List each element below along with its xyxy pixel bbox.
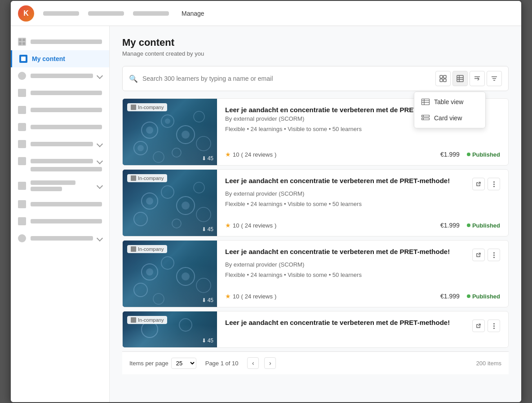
- open-external-btn-3[interactable]: [472, 249, 485, 261]
- svg-point-41: [196, 207, 211, 222]
- card-4-badge: In-company: [127, 316, 167, 324]
- card-3-enrollment: ⬇ 45: [202, 297, 213, 303]
- sidebar-item-dashboard[interactable]: [11, 33, 109, 50]
- card-1-enrollment: ⬇ 45: [202, 155, 213, 162]
- sort-btn[interactable]: [470, 71, 485, 86]
- search-icon: 🔍: [129, 74, 138, 83]
- sidebar-item-favorites[interactable]: [11, 176, 109, 196]
- svg-rect-13: [422, 99, 430, 105]
- sidebar-portal-label: [31, 219, 102, 223]
- svg-rect-0: [440, 75, 443, 78]
- svg-rect-4: [457, 75, 463, 82]
- main-layout: My content: [11, 26, 521, 402]
- sidebar: My content: [11, 26, 110, 402]
- card-2-enrollment: ⬇ 45: [202, 226, 213, 232]
- sidebar-settings-label: [31, 236, 93, 241]
- card-3-header: Leer je aandacht en concentratie te verb…: [225, 248, 500, 261]
- sidebar-item-messages[interactable]: [11, 101, 109, 118]
- open-external-btn-4[interactable]: [472, 320, 485, 332]
- sidebar-item-settings[interactable]: [11, 230, 109, 247]
- card-view-option[interactable]: Card view: [414, 110, 485, 126]
- card-3-title: Leer je aandacht en concentratie te verb…: [225, 248, 472, 255]
- nav-manage[interactable]: Manage: [178, 8, 208, 19]
- table-view-btn[interactable]: [452, 71, 468, 86]
- card-2-status: Published: [467, 222, 500, 229]
- search-input[interactable]: [142, 75, 431, 82]
- star-icon-2: ★: [225, 222, 231, 229]
- svg-rect-3: [443, 79, 446, 82]
- sidebar-admin1-label: [31, 159, 93, 163]
- card-3-meta: Flexible • 24 learnings • Visible to som…: [225, 272, 500, 278]
- card-4-actions: [472, 320, 500, 332]
- status-dot-1: [467, 153, 470, 156]
- card-3-provider: By external provider (SCORM): [225, 261, 500, 268]
- more-options-btn-3[interactable]: [488, 249, 500, 261]
- card-image-2: In-company ⬇ 45: [123, 170, 217, 236]
- next-page-btn[interactable]: ›: [264, 357, 276, 369]
- svg-point-35: [161, 186, 174, 198]
- app-logo[interactable]: K: [18, 5, 34, 22]
- more-options-btn-4[interactable]: [488, 320, 500, 332]
- svg-point-40: [172, 219, 181, 228]
- filter-btn[interactable]: [487, 71, 502, 86]
- sidebar-messages-label: [31, 108, 102, 112]
- card-1-price: €1.999: [440, 151, 460, 158]
- card-image-3: In-company ⬇ 45: [123, 241, 217, 307]
- sidebar-item-analytics[interactable]: [11, 136, 109, 153]
- svg-point-47: [134, 283, 147, 297]
- prev-page-btn[interactable]: ‹: [247, 357, 259, 369]
- card-1-status: Published: [467, 151, 500, 158]
- star-icon-1: ★: [225, 151, 231, 158]
- card-image-4: In-company ⬇ 45: [123, 311, 217, 347]
- app-window: K Manage My content: [10, 0, 522, 403]
- more-options-btn-2[interactable]: [488, 178, 500, 190]
- view-dropdown-menu: Table view Card view: [414, 92, 486, 128]
- three-dots-icon-3: [493, 252, 495, 258]
- svg-point-43: [146, 268, 153, 276]
- badge-icon-1: [131, 105, 136, 110]
- sidebar-users-arrow: [97, 73, 103, 79]
- sidebar-item-users[interactable]: [11, 67, 109, 84]
- content-card-4: In-company ⬇ 45 Leer je aandacht en conc…: [122, 311, 509, 348]
- pagination: Items per page 25 50 100 Page 1 of 10 ‹ …: [122, 351, 509, 374]
- sidebar-item-comments[interactable]: [11, 118, 109, 136]
- svg-point-49: [153, 293, 164, 304]
- sidebar-admin2-label: [31, 167, 102, 171]
- card-2-title: Leer je aandacht en concentratie te verb…: [225, 177, 472, 184]
- card-2-meta: Flexible • 24 learnings • Visible to som…: [225, 201, 500, 207]
- sidebar-item-admin[interactable]: [11, 153, 109, 176]
- svg-point-34: [146, 197, 153, 205]
- svg-point-39: [134, 212, 147, 226]
- grid-view-btn[interactable]: [435, 71, 451, 86]
- svg-point-26: [182, 131, 190, 139]
- sidebar-analytics-arrow: [97, 141, 103, 147]
- sidebar-item-portal[interactable]: [11, 213, 109, 230]
- svg-point-46: [182, 272, 190, 280]
- nav-placeholder-3: [133, 11, 169, 16]
- sidebar-item-courses[interactable]: [11, 84, 109, 101]
- per-page-select[interactable]: 25 50 100: [171, 358, 196, 369]
- items-per-page-label: Items per page: [129, 360, 168, 367]
- star-icon-3: ★: [225, 293, 231, 300]
- total-items: 200 items: [476, 360, 501, 367]
- three-dots-icon-4: [493, 323, 495, 329]
- svg-point-22: [146, 127, 153, 134]
- sidebar-my-content-label: My content: [32, 55, 65, 62]
- sidebar-favorites-label1: [31, 180, 75, 185]
- badge-icon-3: [131, 246, 136, 252]
- sidebar-admin-arrow: [97, 158, 103, 164]
- card-2-header: Leer je aandacht en concentratie te verb…: [225, 177, 500, 190]
- open-external-btn-2[interactable]: [472, 178, 485, 190]
- sidebar-item-my-content[interactable]: My content: [11, 50, 109, 67]
- table-view-option[interactable]: Table view: [414, 94, 485, 110]
- sidebar-item-automation[interactable]: [11, 196, 109, 213]
- card-1-rating: ★ 10 (24 reviews): [225, 151, 276, 158]
- sidebar-users-label: [31, 74, 93, 78]
- page-subtitle: Manage content created by you: [122, 50, 509, 57]
- card-3-footer: ★ 10 (24 reviews) €1.999 Published: [225, 293, 500, 300]
- search-bar: 🔍: [122, 66, 509, 91]
- card-3-badge: In-company: [127, 245, 167, 253]
- card-view-icon: [421, 115, 430, 121]
- page-info: Page 1 of 10: [205, 360, 239, 367]
- card-2-badge: In-company: [127, 174, 167, 182]
